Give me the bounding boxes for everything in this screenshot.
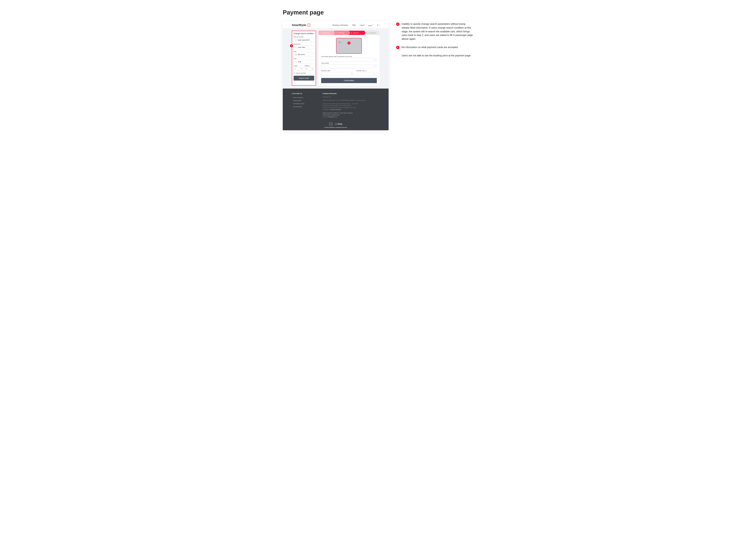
location-pin-icon (295, 46, 297, 48)
date-label: Date (294, 51, 314, 52)
cardnumber-field[interactable] (323, 66, 375, 67)
cardnumber-input[interactable] (321, 65, 377, 68)
footer-registration-link[interactable]: Travel business registration slip (323, 114, 340, 116)
search-button[interactable]: Search result (294, 76, 314, 81)
credit-card-icon (374, 65, 375, 67)
card-name-preview: FULL NAME (338, 47, 360, 49)
pickup-label: Pick-up Location (294, 36, 314, 38)
clock-icon (295, 61, 297, 63)
cvv-field[interactable] (358, 73, 375, 75)
progress-steps: 1. Choose car 2. Passenger 3. Payment 4.… (318, 31, 380, 35)
footer-company-documents: Standard General Conditions of Travel Ag… (323, 112, 365, 118)
step-confirmation: 4. Confirmation (364, 31, 380, 35)
time-field[interactable] (298, 61, 313, 63)
calendar-icon (351, 73, 353, 75)
note-text-3: Users are not able to see the booking pr… (402, 54, 473, 58)
footer-help-title: Let Us Help You (292, 93, 305, 94)
footer-company-name: SmartRyde, Inc (323, 96, 365, 98)
location-pin-icon (295, 39, 297, 41)
destination-label: Destination (294, 43, 314, 45)
credit-card-preview: 2 **** **** **** **** FULL NAME valid th… (336, 38, 362, 54)
pickup-field[interactable] (298, 39, 313, 41)
time-label: Time (294, 58, 314, 59)
payment-card-area: 2 **** **** **** **** FULL NAME valid th… (318, 35, 380, 86)
card-valid-preview: valid thru ••/•• (356, 50, 359, 52)
footer-company-registration: Travel Agency registered with a prefectu… (323, 103, 365, 111)
currency-label: ¥ (377, 24, 378, 26)
chevron-down-icon (379, 25, 380, 25)
svg-rect-6 (374, 66, 375, 67)
otoa-circle-icon (335, 123, 337, 125)
expiration-label: Expiration date (321, 70, 354, 72)
adults-value: 1 (295, 68, 296, 70)
time-input[interactable] (294, 60, 314, 64)
pickup-input[interactable] (294, 38, 314, 42)
footer-conditions-link[interactable]: Standard General Conditions of Travel Ag… (323, 112, 353, 114)
footer-copyright: © 2018 SmartRyde. All Rights Reserved. (292, 127, 380, 128)
destination-field[interactable] (298, 47, 313, 48)
expiration-field[interactable] (323, 73, 353, 75)
language-dropdown[interactable] (369, 24, 373, 26)
chevron-down-icon (312, 69, 313, 69)
confirmation-button[interactable]: Confirmation (321, 78, 377, 83)
step-payment: 3. Payment (349, 31, 364, 35)
step-choose-car[interactable]: 1. Choose car (318, 31, 334, 35)
adults-label: Adults (294, 65, 303, 67)
user-card-icon (374, 59, 375, 61)
note-number-2: 2 (396, 46, 399, 49)
check-circle-icon (307, 23, 310, 27)
note-text-2: No information on what payment cards are… (402, 46, 458, 49)
cardnumber-label: Card number (321, 62, 377, 64)
cardholder-input[interactable] (321, 58, 377, 62)
footer-corporate-site-link[interactable]: https://smartryde.jp (331, 109, 341, 110)
footer-link-cancellation[interactable]: Cancellation policy (292, 102, 305, 105)
svg-rect-7 (351, 73, 352, 75)
return-journey-checkbox[interactable] (294, 72, 295, 74)
payment-form: Card holder (please enter as indicated o… (321, 56, 377, 83)
chevron-down-icon (372, 25, 373, 25)
note-text-1: Inability to quickly change search param… (402, 22, 473, 41)
svg-rect-9 (374, 74, 375, 75)
otoa-badge: OTOA (335, 123, 342, 125)
date-input[interactable] (294, 53, 314, 56)
nav-faq[interactable]: FAQ (352, 24, 356, 26)
calendar-icon (295, 54, 297, 55)
return-journey-label: Return Journey? (296, 72, 306, 74)
search-panel-title: Change search condition (292, 31, 316, 36)
footer-link-security[interactable]: Security policy (292, 105, 305, 108)
svg-point-1 (296, 47, 296, 47)
expiration-input[interactable] (321, 72, 354, 76)
footer-company-title: Company Information (323, 93, 365, 94)
footer-email-link[interactable]: info@digbinc.com (327, 116, 337, 118)
svg-rect-4 (374, 59, 375, 60)
step-passenger[interactable]: 2. Passenger (334, 31, 349, 35)
footer-link-tos[interactable]: Terms of Service (292, 96, 305, 99)
main-panel: 1. Choose car 2. Passenger 3. Payment 4.… (318, 31, 380, 86)
date-field[interactable] (298, 54, 313, 55)
page-title: Payment page (283, 9, 473, 16)
card-chip-icon (338, 41, 341, 43)
adults-select[interactable]: 1 (294, 67, 303, 71)
destination-input[interactable] (294, 46, 314, 49)
callout-badge-2: 2 (347, 42, 350, 45)
currency-dropdown[interactable]: ¥ (377, 24, 380, 26)
info-icon[interactable] (365, 70, 367, 72)
brand-logo[interactable]: SmartRyde (292, 23, 310, 27)
card-number-preview: **** **** **** **** (338, 45, 360, 46)
screenshot-canvas: 1 SmartRyde Booking confirmation FAQ Log… (283, 21, 389, 130)
brand-text: SmartRyde (292, 24, 306, 27)
nav-login[interactable]: Log in (360, 24, 364, 26)
children-label: Children (305, 65, 314, 67)
children-value: 0 (306, 68, 307, 70)
footer-company-address: Higashishimbashi Bldg, 2-10-10, Higashis… (323, 99, 365, 101)
uk-flag-icon (369, 24, 371, 26)
footer-link-privacy[interactable]: Privacy policy (292, 99, 305, 102)
lock-icon (374, 73, 375, 75)
children-select[interactable]: 0 (305, 67, 314, 71)
annotation-notes: 1 Inability to quickly change search par… (396, 21, 473, 62)
cardholder-field[interactable] (323, 59, 375, 60)
chevron-down-icon (301, 69, 302, 69)
cvv-input[interactable] (356, 72, 377, 76)
svg-point-0 (296, 40, 296, 40)
nav-booking-confirmation[interactable]: Booking confirmation (332, 24, 348, 26)
